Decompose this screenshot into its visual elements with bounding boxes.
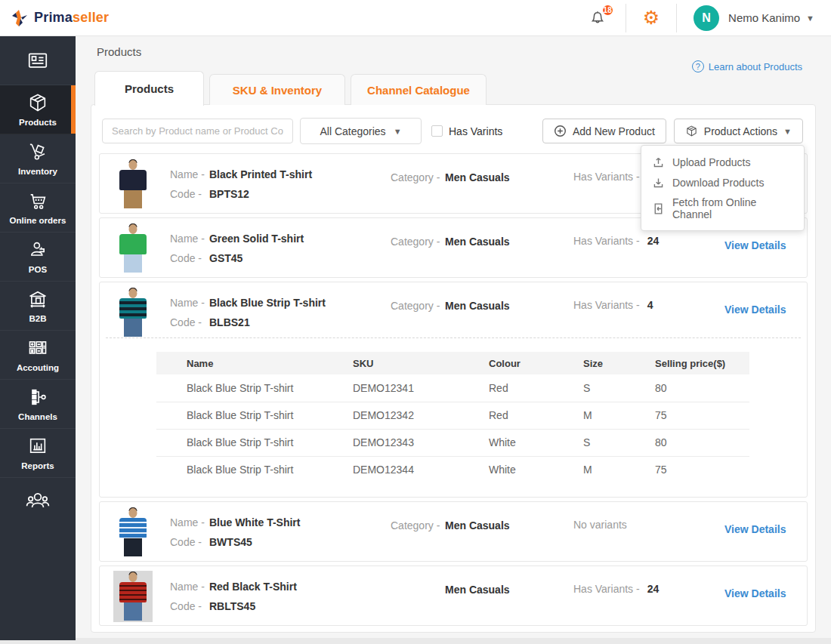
variant-colour: White (489, 429, 583, 456)
tab-bar: Products SKU & Inventory Channel Catalog… (94, 70, 487, 105)
sidebar-item-label: Inventory (18, 167, 57, 176)
sidebar-item-b2b[interactable]: B2B (0, 282, 76, 331)
sidebar-item-reports[interactable]: Reports (0, 429, 76, 478)
brand-logo[interactable]: Primaseller (11, 8, 109, 28)
primaseller-logo-icon (11, 8, 30, 28)
code-label: Code - (170, 600, 205, 612)
add-new-product-button[interactable]: Add New Product (542, 119, 666, 143)
user-name[interactable]: Nemo Kanimo (728, 11, 800, 24)
product-image (113, 507, 153, 558)
name-code-block: Name -Black Printed T-shirt Code -BPTS12 (170, 165, 312, 204)
view-details-link[interactable]: View Details (724, 587, 786, 599)
menu-item-fetch-from-online-channel[interactable]: Fetch from Online Channel (641, 193, 804, 224)
product-row-bwts45[interactable]: Name -Blue White T-Shirt Code -BWTS45 Ca… (99, 501, 808, 562)
variant-sku: DEMO12344 (353, 456, 489, 483)
pos-icon (26, 239, 50, 260)
category-value: Men Casuals (445, 236, 510, 248)
category-dropdown[interactable]: All Categories ▼ (300, 118, 422, 144)
category-block: Men Casuals (391, 583, 510, 596)
tab-sku-inventory[interactable]: SKU & Inventory (209, 74, 345, 105)
topbar-right: 18 ⚙ N Nemo Kanimo ▼ (586, 4, 814, 32)
user-avatar[interactable]: N (694, 5, 719, 31)
product-code: GST45 (209, 252, 243, 264)
sidebar-item-label: POS (29, 265, 47, 274)
sidebar-item-label: B2B (29, 314, 46, 323)
settings-gear-icon[interactable]: ⚙ (643, 8, 660, 27)
code-label: Code - (170, 536, 205, 548)
learn-link-label: Learn about Products (709, 61, 802, 72)
variant-row[interactable]: Black Blue Strip T-shirt DEMO12342 Red M… (156, 402, 749, 429)
view-details-link[interactable]: View Details (724, 239, 786, 251)
app-window: Primaseller 18 ⚙ N Nemo Kanimo ▼ (0, 0, 831, 644)
product-box-icon (685, 125, 698, 137)
product-image (113, 223, 153, 274)
product-image (113, 287, 153, 338)
category-label: Category - (391, 171, 445, 183)
variant-table-header-row: Name SKU Colour Size Selling price($) (156, 352, 749, 374)
tab-channel-catalogue[interactable]: Channel Catalogue (351, 74, 487, 105)
product-code: RBLTS45 (209, 600, 255, 612)
has-variants-checkbox[interactable] (431, 125, 443, 137)
product-row-blbs21[interactable]: Name -Black Blue Strip T-shirt Code -BLB… (99, 282, 808, 498)
variant-colour: Red (489, 374, 583, 402)
has-variants-filter[interactable]: Has Varints (431, 125, 502, 137)
sidebar-item-products[interactable]: Products (0, 85, 76, 134)
sidebar-item-inventory[interactable]: Inventory (0, 134, 76, 183)
learn-about-products-link[interactable]: ? Learn about Products (692, 60, 802, 72)
category-block: Category -Men Casuals (391, 235, 510, 248)
brand-seller: seller (73, 10, 109, 25)
main-content: Products ? Learn about Products Products… (76, 36, 831, 638)
variant-name: Black Blue Strip T-shirt (156, 429, 353, 456)
menu-item-label: Upload Products (672, 156, 751, 168)
category-value: Men Casuals (445, 300, 510, 312)
variants-label: Has Variants - (573, 171, 640, 183)
sidebar-item-channels[interactable]: Channels (0, 380, 76, 429)
sidebar-item-online-orders[interactable]: Online orders (0, 183, 76, 233)
help-question-icon: ? (692, 60, 704, 72)
search-input[interactable] (102, 119, 293, 143)
variants-count: 24 (647, 583, 660, 595)
menu-item-download-products[interactable]: Download Products (641, 172, 804, 193)
variant-colour: Red (489, 402, 583, 429)
sidebar-item-pos[interactable]: POS (0, 233, 76, 282)
products-toolbar: All Categories ▼ Has Varints Add New Pro… (91, 105, 815, 144)
product-actions-button[interactable]: Product Actions ▼ (674, 119, 803, 143)
name-label: Name - (170, 516, 205, 528)
variant-row[interactable]: Black Blue Strip T-shirt DEMO12344 White… (156, 456, 749, 483)
variants-count: 24 (647, 235, 660, 247)
menu-item-upload-products[interactable]: Upload Products (641, 152, 804, 172)
category-label: Category - (391, 519, 445, 532)
chevron-down-icon: ▼ (783, 127, 792, 136)
name-label: Name - (170, 168, 205, 180)
category-block: Category -Men Casuals (391, 299, 510, 313)
variant-name: Black Blue Strip T-shirt (156, 374, 353, 402)
sidebar-item-dashboard[interactable] (0, 36, 76, 85)
brand-text: Primaseller (34, 10, 109, 26)
variant-price: 80 (655, 374, 749, 402)
variants-block: Has Variants -4 (573, 299, 653, 311)
variant-row[interactable]: Black Blue Strip T-shirt DEMO12341 Red S… (156, 374, 749, 402)
variants-label: Has Variants - (573, 235, 640, 247)
product-name: Black Printed T-shirt (209, 168, 312, 180)
variant-size: M (583, 456, 655, 483)
dashboard-icon (25, 49, 51, 72)
name-code-block: Name -Green Solid T-shirt Code -GST45 (170, 229, 304, 268)
tab-products[interactable]: Products (94, 71, 204, 106)
user-menu-caret-icon[interactable]: ▼ (806, 14, 814, 23)
topbar-divider (626, 4, 626, 32)
product-row-rblts45[interactable]: Name -Red Black T-Shirt Code -RBLTS45 Me… (99, 565, 808, 626)
variant-price: 75 (655, 402, 749, 429)
sidebar-item-accounting[interactable]: Accouting (0, 331, 76, 380)
col-header-size: Size (583, 352, 655, 374)
topbar: Primaseller 18 ⚙ N Nemo Kanimo ▼ (0, 0, 831, 36)
variant-row[interactable]: Black Blue Strip T-shirt DEMO12343 White… (156, 429, 749, 456)
sidebar-item-users[interactable] (0, 478, 76, 522)
view-details-link[interactable]: View Details (724, 304, 786, 316)
product-name: Blue White T-Shirt (209, 516, 301, 528)
view-details-link[interactable]: View Details (724, 523, 786, 535)
notifications-button[interactable]: 18 (586, 7, 609, 29)
code-label: Code - (170, 252, 205, 264)
product-image (113, 571, 153, 622)
page-title: Products (97, 45, 141, 58)
variant-price: 80 (655, 429, 749, 456)
